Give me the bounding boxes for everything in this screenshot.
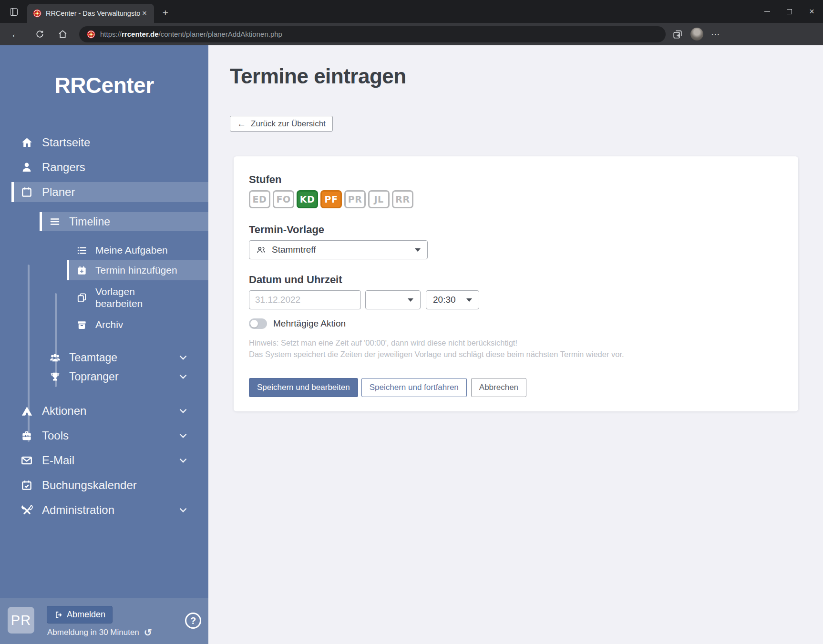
save-and-continue-button[interactable]: Speichern und fortfahren [361, 378, 467, 397]
page-title: Termine eintragen [230, 64, 406, 88]
sidebar: RRCenter Startseite Rangers Planer Timel… [0, 45, 208, 644]
reload-icon [35, 30, 44, 39]
window-close-button[interactable]: × [801, 0, 823, 23]
stufen-badge-kd[interactable]: KD [297, 190, 318, 208]
new-tab-button[interactable]: + [159, 7, 172, 20]
maximize-icon [787, 9, 792, 14]
sidebar-item-timeline[interactable]: Timeline [40, 212, 208, 231]
vorlage-selected-value: Stammtreff [272, 245, 316, 255]
browser-profile-avatar[interactable] [690, 28, 703, 41]
trophy-icon [49, 371, 61, 383]
sidebar-item-administration[interactable]: Administration [0, 498, 208, 522]
chevron-down-icon[interactable] [178, 430, 188, 441]
help-button[interactable]: ? [185, 613, 201, 629]
hint-text: Hinweis: Setzt man eine Zeit auf '00:00'… [249, 337, 783, 360]
end-time-value: 20:30 [433, 295, 456, 305]
mail-icon [21, 454, 33, 467]
end-time-select[interactable]: 20:30 [426, 290, 479, 309]
multiday-toggle-row: Mehrtägige Aktion [249, 318, 783, 329]
calendar-check-icon [21, 479, 33, 491]
hint-line-1: Hinweis: Setzt man eine Zeit auf '00:00'… [249, 337, 783, 348]
stufen-badge-pf[interactable]: PF [320, 190, 342, 208]
browser-titlebar: RRCenter - Das Verwaltungstool × + × [0, 0, 823, 23]
chevron-down-icon[interactable] [178, 352, 188, 363]
sidebar-item-planer[interactable]: Planer [11, 182, 208, 202]
sidebar-item-rangers[interactable]: Rangers [0, 155, 208, 180]
logout-label: Abmelden [67, 610, 105, 620]
logout-button[interactable]: Abmelden [47, 606, 113, 624]
browser-menu-icon[interactable]: ⋯ [711, 29, 720, 40]
date-input[interactable] [249, 290, 361, 309]
copy-icon [76, 292, 87, 303]
person-icon [21, 161, 33, 174]
sidebar-item-archiv[interactable]: Archiv [0, 315, 208, 335]
collections-icon[interactable] [672, 29, 683, 40]
arrow-left-icon: ← [237, 119, 246, 128]
back-to-overview-button[interactable]: ← Zurück zur Übersicht [230, 116, 333, 132]
window-minimize-button[interactable] [756, 0, 778, 23]
home-icon [58, 29, 68, 39]
multiday-toggle[interactable] [249, 318, 267, 329]
tab-close-icon[interactable]: × [140, 9, 149, 18]
logout-icon [54, 611, 62, 619]
caret-down-icon [408, 298, 413, 302]
admin-tools-icon [21, 504, 33, 517]
reset-session-icon[interactable]: ↺ [144, 627, 152, 638]
toggle-knob [250, 320, 258, 327]
toolbar-right: ⋯ [672, 28, 720, 41]
termin-form-card: Stufen ED FO KD PF PR JL RR Termin-Vorla… [234, 156, 798, 411]
chevron-down-icon[interactable] [178, 406, 188, 416]
site-favicon [87, 30, 95, 39]
stufen-label: Stufen [249, 174, 783, 186]
browser-window: { "browser": { "tab_title": "RRCenter - … [0, 0, 823, 644]
app-logo[interactable]: RRCenter [0, 45, 208, 98]
sidebar-item-email[interactable]: E-Mail [0, 448, 208, 473]
stufen-badge-fo[interactable]: FO [273, 190, 294, 208]
list-icon [76, 245, 87, 256]
caret-down-icon [466, 298, 472, 302]
main-menu-group: Aktionen Tools E-Mail Buchungskalender A… [0, 399, 208, 522]
sidebar-item-termin-hinzufuegen[interactable]: Termin hinzufügen [67, 260, 208, 280]
calendar-plus-icon [76, 265, 87, 276]
browser-toolbar: ← https://rrcenter.de/content/planer/pla… [0, 23, 823, 45]
archive-icon [76, 319, 87, 330]
start-time-select[interactable] [365, 290, 421, 309]
stufen-badge-jl[interactable]: JL [368, 190, 390, 208]
sidebar-item-buchungskalender[interactable]: Buchungskalender [0, 473, 208, 498]
sidebar-item-aktionen[interactable]: Aktionen [0, 399, 208, 423]
browser-tab[interactable]: RRCenter - Das Verwaltungstool × [27, 4, 154, 23]
menu-lines-icon [49, 216, 61, 227]
vorlage-select[interactable]: Stammtreff [249, 240, 428, 259]
stufen-badge-rr[interactable]: RR [392, 190, 413, 208]
main-content: Termine eintragen ← Zurück zur Übersicht… [208, 45, 823, 644]
home-icon [21, 136, 33, 149]
datetime-label: Datum und Uhrzeit [249, 274, 783, 286]
cancel-button[interactable]: Abbrechen [471, 378, 526, 397]
sidebar-footer: PR Abmelden Abmeldung in 30 Minuten ↺ ? [0, 598, 208, 644]
stufen-badge-group: ED FO KD PF PR JL RR [249, 190, 783, 208]
chevron-down-icon[interactable] [178, 371, 188, 382]
browser-reload-button[interactable] [32, 27, 47, 41]
url-domain: rrcenter.de [122, 30, 159, 38]
address-bar[interactable]: https://rrcenter.de/content/planer/plane… [79, 26, 666, 42]
user-avatar[interactable]: PR [8, 607, 34, 634]
chevron-down-icon[interactable] [178, 455, 188, 466]
chevron-down-icon[interactable] [178, 505, 188, 515]
sidebar-item-startseite[interactable]: Startseite [0, 130, 208, 155]
stufen-badge-pr[interactable]: PR [344, 190, 366, 208]
browser-back-button[interactable]: ← [9, 27, 23, 41]
group-icon [256, 245, 266, 255]
sidebar-item-meine-aufgaben[interactable]: Meine Aufgaben [0, 240, 208, 260]
sidebar-item-vorlagen-bearbeiten[interactable]: Vorlagen bearbeiten [0, 280, 208, 315]
sidebar-item-topranger[interactable]: Topranger [0, 367, 208, 386]
tab-actions-button[interactable] [8, 6, 20, 18]
sidebar-item-tools[interactable]: Tools [0, 423, 208, 448]
stufen-badge-ed[interactable]: ED [249, 190, 270, 208]
url-text: https://rrcenter.de/content/planer/plane… [100, 30, 282, 38]
save-and-edit-button[interactable]: Speichern und bearbeiten [249, 378, 358, 397]
vorlage-label: Termin-Vorlage [249, 224, 783, 236]
sidebar-item-teamtage[interactable]: Teamtage [0, 348, 208, 367]
browser-home-button[interactable] [55, 27, 70, 41]
session-countdown: Abmeldung in 30 Minuten ↺ [47, 627, 152, 638]
window-maximize-button[interactable] [778, 0, 801, 23]
